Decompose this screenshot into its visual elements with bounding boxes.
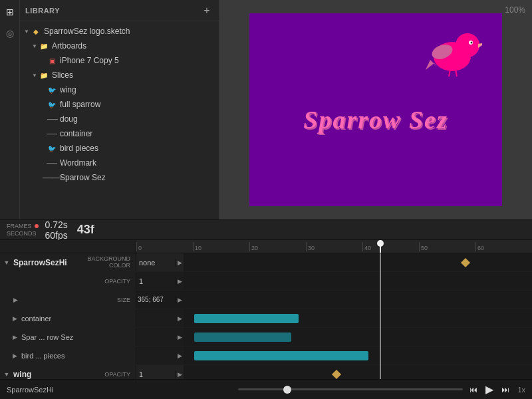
track-row-container: ▶ container ▶: [0, 309, 532, 328]
app-container: ⊞ ◎ LIBRARY + ▼ ◆ SparrowSez logo.sketch…: [0, 0, 532, 399]
arrow-artboards: ▼: [31, 42, 39, 50]
expand-wing-parent[interactable]: ▼: [3, 370, 11, 378]
dash-icon-wordmark: —: [47, 158, 57, 168]
kf-bar-sparrowsez: [194, 332, 292, 342]
tree-item-wing[interactable]: 🐦 wing: [20, 82, 219, 97]
expand-birdpieces-track[interactable]: ▶: [11, 352, 19, 360]
slice-icon-wing: 🐦: [47, 84, 57, 95]
canvas-frame: Sparrow Sez: [249, 13, 502, 206]
track-name-sparrowsez-track: Spar ... row Sez: [21, 333, 133, 341]
ruler-mark-30: 30: [306, 242, 362, 251]
track-label-size: ▶ SIZE: [0, 291, 136, 309]
zoom-label: 100%: [505, 5, 525, 15]
slice-icon-full-sparrow: 🐦: [47, 99, 57, 110]
expand-sparrowsezhi[interactable]: ▼: [3, 259, 11, 267]
track-arrow-opacity[interactable]: ▶: [178, 278, 182, 285]
ruler-mark-20: 20: [249, 242, 306, 251]
left-icon-rail: ⊞ ◎: [0, 0, 20, 219]
frame-dot: [35, 224, 39, 228]
arrow-wing: [39, 86, 47, 94]
sidebar-header: LIBRARY +: [20, 0, 219, 21]
tree-item-sketch-file[interactable]: ▼ ◆ SparrowSez logo.sketch: [20, 24, 219, 39]
slice-icon-bird-pieces: 🐦: [47, 143, 57, 154]
tree-item-doug[interactable]: — doug: [20, 112, 219, 126]
ruler-mark-50: 50: [419, 242, 475, 251]
track-arrow-wing[interactable]: ▶: [178, 371, 182, 378]
timeline: FRAMES SECONDS 0.72s 60fps 43f 0 10: [0, 219, 532, 399]
add-button[interactable]: +: [200, 4, 213, 17]
doug-label: doug: [60, 114, 78, 124]
track-arrow-sparrowsez-track[interactable]: ▶: [178, 334, 182, 340]
skip-back-button[interactable]: ⏮: [469, 385, 477, 394]
arrow-bird-pieces: [39, 144, 47, 152]
track-label-birdpieces-track: ▶ bird ... pieces: [0, 346, 136, 364]
tree-item-full-sparrow[interactable]: 🐦 full sparrow: [20, 97, 219, 112]
layers-icon[interactable]: ⊞: [6, 7, 14, 17]
skip-forward-button[interactable]: ⏭: [501, 385, 509, 394]
bottom-label: SparrowSezHi: [7, 386, 231, 394]
full-sparrow-label: full sparrow: [60, 100, 100, 109]
tree-item-slices[interactable]: ▼ 📁 Slices: [20, 68, 219, 82]
track-arrow-birdpieces-track[interactable]: ▶: [178, 352, 182, 359]
track-arrow-sparrowsezhi[interactable]: ▶: [178, 259, 182, 266]
frame-number: 43f: [77, 223, 94, 237]
expand-container-track[interactable]: ▶: [11, 315, 19, 323]
ruler-playhead-head: [377, 240, 384, 247]
wing-label: wing: [60, 85, 76, 94]
tree-item-iphone[interactable]: ▣ iPhone 7 Copy 5: [20, 53, 219, 68]
track-value-size: 365; 667: [136, 296, 176, 303]
scrubber: [238, 388, 463, 390]
arrow-slices: ▼: [31, 71, 39, 79]
folder-icon-slices: 📁: [39, 70, 49, 80]
ruler-marks-area: 0 10 20 30 40 50 60: [136, 240, 532, 253]
ruler-spacer: [0, 240, 136, 253]
tree-item-bird-pieces[interactable]: 🐦 bird pieces: [20, 141, 219, 156]
bird-pieces-label: bird pieces: [60, 144, 98, 153]
arrow-container: [39, 130, 47, 138]
slices-label: Slices: [52, 70, 73, 80]
track-value-wing: 1: [136, 370, 176, 378]
wordmark-label: Wordmark: [60, 158, 96, 168]
tree-item-sparrow-sez[interactable]: —— Sparrow Sez: [20, 170, 219, 185]
track-arrow-size[interactable]: ▶: [178, 297, 182, 303]
track-timeline-container: [184, 309, 532, 327]
svg-point-4: [471, 42, 473, 44]
main-area: ⊞ ◎ LIBRARY + ▼ ◆ SparrowSez logo.sketch…: [0, 0, 532, 219]
track-name-wing-parent: wing: [13, 370, 102, 379]
track-value-sparrowsezhi: none: [136, 259, 176, 267]
sidebar-content: ▼ ◆ SparrowSez logo.sketch ▼ 📁 Artboards…: [20, 21, 219, 219]
scrubber-track[interactable]: [238, 388, 463, 390]
arrow-iphone: [39, 57, 47, 65]
track-property-wing: OPACITY: [104, 371, 133, 378]
assets-icon[interactable]: ◎: [6, 28, 14, 39]
keyframe-diamond-wing: [332, 369, 341, 378]
tree-item-artboards[interactable]: ▼ 📁 Artboards: [20, 39, 219, 53]
arrow-doug: [39, 115, 47, 123]
speed-label: 1x: [517, 386, 525, 394]
ruler-playhead: [380, 240, 381, 253]
expand-size[interactable]: ▶: [13, 297, 18, 303]
iphone-label: iPhone 7 Copy 5: [60, 56, 119, 65]
track-timeline-opacity: [184, 272, 532, 290]
sparrow-sez-text: Sparrow Sez: [303, 105, 448, 134]
canvas-inner: Sparrow Sez: [249, 13, 502, 206]
frames-seconds-label: FRAMES SECONDS: [7, 223, 39, 237]
track-row-sparrowsezhi: ▼ SparrowSezHi BACKGROUNDCOLOR none ▶: [0, 253, 532, 272]
tree-item-container[interactable]: — container: [20, 126, 219, 141]
ruler-mark-10: 10: [193, 242, 249, 251]
play-button[interactable]: ▶: [485, 383, 493, 396]
track-arrow-container-track[interactable]: ▶: [178, 315, 182, 322]
canvas-area: 100%: [219, 0, 532, 219]
track-timeline-birdpieces: [184, 346, 532, 364]
bird-container: [422, 27, 482, 82]
expand-sparrowsez-track[interactable]: ▶: [11, 333, 19, 341]
keyframe-diamond-sparrowsezhi: [461, 257, 470, 267]
tree-item-wordmark[interactable]: — Wordmark: [20, 156, 219, 170]
scrubber-thumb[interactable]: [283, 386, 291, 394]
kf-bar-container: [194, 314, 299, 323]
track-timeline-size: [184, 291, 532, 309]
timecode: 0.72s 60fps: [45, 219, 68, 241]
timeline-bottom: SparrowSezHi ⏮ ▶ ⏭ 1x: [0, 379, 532, 399]
ruler: 0 10 20 30 40 50 60: [0, 240, 532, 253]
track-property-size: SIZE: [117, 297, 133, 303]
